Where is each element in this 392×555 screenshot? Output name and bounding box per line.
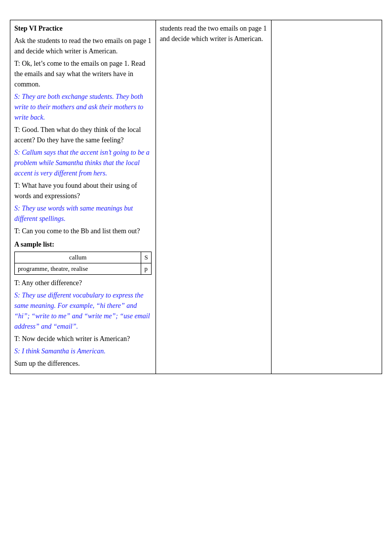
middle-column: students read the two emails on page 1 a… xyxy=(156,20,272,374)
student-line-3: S: They use words with same meanings but… xyxy=(14,203,152,224)
student-line-4: S: They use different vocabulary to expr… xyxy=(14,290,152,332)
table-header-callum: callum xyxy=(15,252,141,263)
student-line-2: S: Callum says that the accent isn’t goi… xyxy=(14,147,152,178)
table-header-s: S xyxy=(141,252,151,263)
sample-list-label: A sample list: xyxy=(14,239,152,250)
table-cell-programme: programme, theatre, realise xyxy=(15,263,141,275)
student-line-5: S: I think Samantha is American. xyxy=(14,346,152,356)
teacher-line-7: Sum up the differences. xyxy=(14,358,152,369)
table-cell-p: p xyxy=(141,263,151,275)
teacher-line-6: T: Now decide which writer is American? xyxy=(14,334,152,344)
teacher-line-4: T: Can you come to the Bb and list them … xyxy=(14,226,152,236)
right-column xyxy=(272,20,382,374)
mid-text: students read the two emails on page 1 a… xyxy=(160,23,268,44)
teacher-line-5: T: Any other difference? xyxy=(14,278,152,288)
teacher-line-2: T: Good. Then what do they think of the … xyxy=(14,125,152,145)
student-line-1: S: They are both exchange students. They… xyxy=(14,91,152,123)
sample-list-table: callum S programme, theatre, realise p xyxy=(14,252,152,275)
teacher-line-3: T: What have you found about their using… xyxy=(14,180,152,201)
para-ask-students: Ask the students to read the two emails … xyxy=(14,36,152,56)
step-title: Step VI Practice xyxy=(14,23,152,34)
teacher-line-1: T: Ok, let’s come to the emails on page … xyxy=(14,58,152,89)
left-column: Step VI Practice Ask the students to rea… xyxy=(10,20,156,374)
